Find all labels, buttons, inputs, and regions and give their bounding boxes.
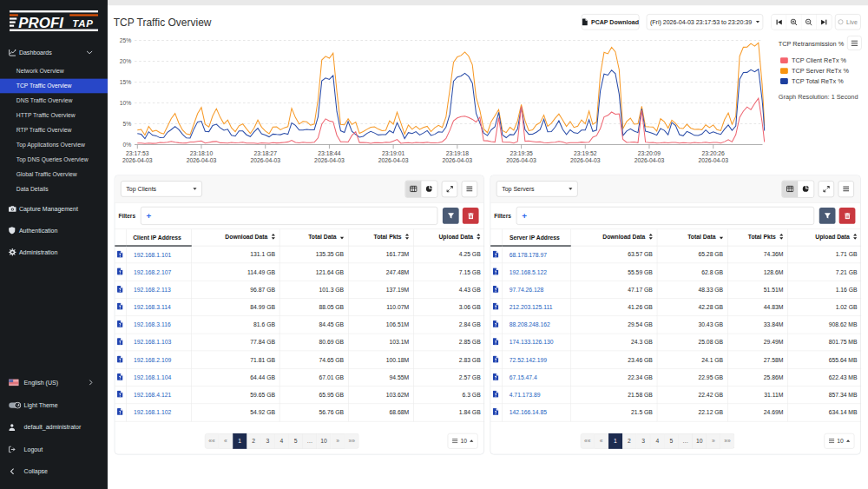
svg-text:2026-04-03: 2026-04-03 xyxy=(122,157,153,163)
svg-text:23:18:44: 23:18:44 xyxy=(318,150,341,156)
svg-text:23:20:26: 23:20:26 xyxy=(702,150,726,156)
svg-text:23:19:52: 23:19:52 xyxy=(574,150,597,156)
svg-text:PROFI: PROFI xyxy=(18,15,63,31)
svg-text:2026-04-03: 2026-04-03 xyxy=(698,157,728,163)
svg-text:2026-04-03: 2026-04-03 xyxy=(378,157,409,163)
svg-text:25%: 25% xyxy=(120,37,132,43)
svg-text:2026-04-03: 2026-04-03 xyxy=(570,157,601,163)
svg-text:10%: 10% xyxy=(120,100,132,106)
svg-text:23:20:09: 23:20:09 xyxy=(638,150,661,156)
svg-text:2026-04-03: 2026-04-03 xyxy=(314,157,345,163)
svg-text:2026-04-03: 2026-04-03 xyxy=(506,157,536,163)
svg-text:23:17:53: 23:17:53 xyxy=(126,150,149,156)
svg-text:23:19:35: 23:19:35 xyxy=(510,150,533,156)
svg-text:2026-04-03: 2026-04-03 xyxy=(250,157,280,163)
svg-text:20%: 20% xyxy=(120,58,132,64)
svg-text:23:19:01: 23:19:01 xyxy=(382,150,405,156)
svg-text:2026-04-03: 2026-04-03 xyxy=(443,157,473,163)
svg-text:5%: 5% xyxy=(123,121,132,127)
svg-text:15%: 15% xyxy=(120,79,132,85)
svg-text:TAP: TAP xyxy=(72,18,93,29)
svg-text:2026-04-03: 2026-04-03 xyxy=(635,157,665,163)
svg-text:23:19:18: 23:19:18 xyxy=(446,150,470,156)
svg-text:23:18:27: 23:18:27 xyxy=(254,150,278,156)
svg-text:0%: 0% xyxy=(123,142,132,148)
svg-text:23:18:10: 23:18:10 xyxy=(190,150,214,156)
svg-text:2026-04-03: 2026-04-03 xyxy=(187,157,217,163)
